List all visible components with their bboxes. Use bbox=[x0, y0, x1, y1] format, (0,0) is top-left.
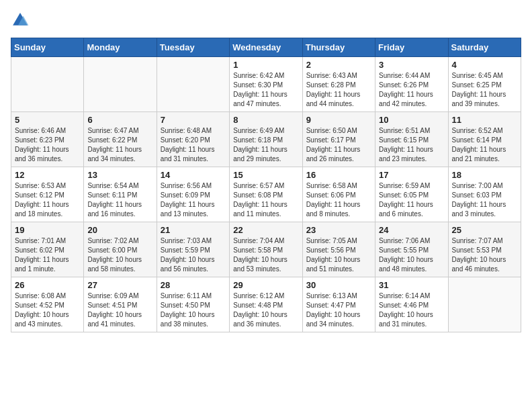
day-number: 2 bbox=[306, 60, 371, 70]
calendar-cell: 25Sunrise: 7:07 AM Sunset: 5:53 PM Dayli… bbox=[448, 222, 521, 277]
calendar-cell: 13Sunrise: 6:54 AM Sunset: 6:11 PM Dayli… bbox=[84, 167, 157, 222]
day-info: Sunrise: 6:08 AM Sunset: 4:52 PM Dayligh… bbox=[15, 291, 80, 329]
day-info: Sunrise: 7:04 AM Sunset: 5:58 PM Dayligh… bbox=[233, 236, 298, 274]
week-row-1: 1Sunrise: 6:42 AM Sunset: 6:30 PM Daylig… bbox=[11, 57, 521, 112]
day-info: Sunrise: 6:51 AM Sunset: 6:15 PM Dayligh… bbox=[379, 126, 444, 164]
calendar-cell: 9Sunrise: 6:50 AM Sunset: 6:17 PM Daylig… bbox=[302, 112, 375, 167]
calendar-cell: 2Sunrise: 6:43 AM Sunset: 6:28 PM Daylig… bbox=[302, 57, 375, 112]
day-info: Sunrise: 6:46 AM Sunset: 6:23 PM Dayligh… bbox=[15, 126, 80, 164]
day-number: 16 bbox=[306, 170, 371, 180]
calendar-cell: 30Sunrise: 6:13 AM Sunset: 4:47 PM Dayli… bbox=[302, 277, 375, 332]
day-number: 17 bbox=[379, 170, 444, 180]
calendar-cell: 27Sunrise: 6:09 AM Sunset: 4:51 PM Dayli… bbox=[84, 277, 157, 332]
day-number: 19 bbox=[15, 225, 80, 235]
day-number: 27 bbox=[87, 280, 152, 290]
day-info: Sunrise: 6:53 AM Sunset: 6:12 PM Dayligh… bbox=[15, 181, 80, 219]
week-row-3: 12Sunrise: 6:53 AM Sunset: 6:12 PM Dayli… bbox=[11, 167, 521, 222]
calendar-header: SundayMondayTuesdayWednesdayThursdayFrid… bbox=[11, 38, 521, 57]
day-info: Sunrise: 7:00 AM Sunset: 6:03 PM Dayligh… bbox=[452, 181, 517, 219]
day-info: Sunrise: 6:50 AM Sunset: 6:17 PM Dayligh… bbox=[306, 126, 371, 164]
day-number: 31 bbox=[379, 280, 444, 290]
day-number: 14 bbox=[161, 170, 226, 180]
calendar-cell: 16Sunrise: 6:58 AM Sunset: 6:06 PM Dayli… bbox=[302, 167, 375, 222]
week-row-2: 5Sunrise: 6:46 AM Sunset: 6:23 PM Daylig… bbox=[11, 112, 521, 167]
day-info: Sunrise: 6:54 AM Sunset: 6:11 PM Dayligh… bbox=[87, 181, 152, 219]
calendar-cell: 19Sunrise: 7:01 AM Sunset: 6:02 PM Dayli… bbox=[11, 222, 84, 277]
calendar-table: SundayMondayTuesdayWednesdayThursdayFrid… bbox=[11, 38, 521, 332]
day-info: Sunrise: 7:06 AM Sunset: 5:55 PM Dayligh… bbox=[379, 236, 444, 274]
week-row-5: 26Sunrise: 6:08 AM Sunset: 4:52 PM Dayli… bbox=[11, 277, 521, 332]
calendar-cell: 28Sunrise: 6:11 AM Sunset: 4:50 PM Dayli… bbox=[157, 277, 229, 332]
week-row-4: 19Sunrise: 7:01 AM Sunset: 6:02 PM Dayli… bbox=[11, 222, 521, 277]
day-number: 9 bbox=[306, 115, 371, 125]
day-number: 12 bbox=[15, 170, 80, 180]
day-info: Sunrise: 6:47 AM Sunset: 6:22 PM Dayligh… bbox=[87, 126, 152, 164]
calendar-cell bbox=[448, 277, 521, 332]
calendar-cell: 6Sunrise: 6:47 AM Sunset: 6:22 PM Daylig… bbox=[84, 112, 157, 167]
day-number: 4 bbox=[452, 60, 517, 70]
calendar-cell: 1Sunrise: 6:42 AM Sunset: 6:30 PM Daylig… bbox=[230, 57, 302, 112]
day-info: Sunrise: 7:03 AM Sunset: 5:59 PM Dayligh… bbox=[161, 236, 226, 274]
calendar-cell: 11Sunrise: 6:52 AM Sunset: 6:14 PM Dayli… bbox=[448, 112, 521, 167]
day-info: Sunrise: 7:07 AM Sunset: 5:53 PM Dayligh… bbox=[452, 236, 517, 274]
day-number: 22 bbox=[233, 225, 298, 235]
day-number: 21 bbox=[161, 225, 226, 235]
day-info: Sunrise: 6:11 AM Sunset: 4:50 PM Dayligh… bbox=[161, 291, 226, 329]
day-info: Sunrise: 6:57 AM Sunset: 6:08 PM Dayligh… bbox=[233, 181, 298, 219]
day-header-wednesday: Wednesday bbox=[230, 38, 302, 57]
day-info: Sunrise: 6:14 AM Sunset: 4:46 PM Dayligh… bbox=[379, 291, 444, 329]
day-info: Sunrise: 6:56 AM Sunset: 6:09 PM Dayligh… bbox=[161, 181, 226, 219]
day-header-friday: Friday bbox=[375, 38, 448, 57]
day-number: 8 bbox=[233, 115, 298, 125]
calendar-cell: 4Sunrise: 6:45 AM Sunset: 6:25 PM Daylig… bbox=[448, 57, 521, 112]
calendar-cell: 17Sunrise: 6:59 AM Sunset: 6:05 PM Dayli… bbox=[375, 167, 448, 222]
day-info: Sunrise: 6:52 AM Sunset: 6:14 PM Dayligh… bbox=[452, 126, 517, 164]
day-header-saturday: Saturday bbox=[448, 38, 521, 57]
day-number: 5 bbox=[15, 115, 80, 125]
calendar-cell: 15Sunrise: 6:57 AM Sunset: 6:08 PM Dayli… bbox=[230, 167, 302, 222]
day-info: Sunrise: 6:43 AM Sunset: 6:28 PM Dayligh… bbox=[306, 71, 371, 109]
page-header bbox=[11, 11, 521, 30]
calendar-cell bbox=[157, 57, 229, 112]
calendar-cell: 20Sunrise: 7:02 AM Sunset: 6:00 PM Dayli… bbox=[84, 222, 157, 277]
day-number: 24 bbox=[379, 225, 444, 235]
day-number: 7 bbox=[161, 115, 226, 125]
day-info: Sunrise: 6:58 AM Sunset: 6:06 PM Dayligh… bbox=[306, 181, 371, 219]
calendar-cell: 18Sunrise: 7:00 AM Sunset: 6:03 PM Dayli… bbox=[448, 167, 521, 222]
day-number: 29 bbox=[233, 280, 298, 290]
day-info: Sunrise: 6:49 AM Sunset: 6:18 PM Dayligh… bbox=[233, 126, 298, 164]
calendar-cell: 8Sunrise: 6:49 AM Sunset: 6:18 PM Daylig… bbox=[230, 112, 302, 167]
day-number: 15 bbox=[233, 170, 298, 180]
calendar-cell bbox=[11, 57, 84, 112]
day-number: 1 bbox=[233, 60, 298, 70]
calendar-cell: 12Sunrise: 6:53 AM Sunset: 6:12 PM Dayli… bbox=[11, 167, 84, 222]
day-header-sunday: Sunday bbox=[11, 38, 84, 57]
day-info: Sunrise: 6:44 AM Sunset: 6:26 PM Dayligh… bbox=[379, 71, 444, 109]
calendar-cell: 5Sunrise: 6:46 AM Sunset: 6:23 PM Daylig… bbox=[11, 112, 84, 167]
day-header-thursday: Thursday bbox=[302, 38, 375, 57]
logo bbox=[11, 11, 32, 30]
day-info: Sunrise: 7:02 AM Sunset: 6:00 PM Dayligh… bbox=[87, 236, 152, 274]
day-info: Sunrise: 6:59 AM Sunset: 6:05 PM Dayligh… bbox=[379, 181, 444, 219]
day-info: Sunrise: 6:42 AM Sunset: 6:30 PM Dayligh… bbox=[233, 71, 298, 109]
calendar-cell: 31Sunrise: 6:14 AM Sunset: 4:46 PM Dayli… bbox=[375, 277, 448, 332]
day-info: Sunrise: 6:48 AM Sunset: 6:20 PM Dayligh… bbox=[161, 126, 226, 164]
calendar-cell: 7Sunrise: 6:48 AM Sunset: 6:20 PM Daylig… bbox=[157, 112, 229, 167]
days-of-week-row: SundayMondayTuesdayWednesdayThursdayFrid… bbox=[11, 38, 521, 57]
day-number: 10 bbox=[379, 115, 444, 125]
day-number: 30 bbox=[306, 280, 371, 290]
day-info: Sunrise: 6:45 AM Sunset: 6:25 PM Dayligh… bbox=[452, 71, 517, 109]
day-number: 23 bbox=[306, 225, 371, 235]
day-number: 3 bbox=[379, 60, 444, 70]
calendar-cell: 14Sunrise: 6:56 AM Sunset: 6:09 PM Dayli… bbox=[157, 167, 229, 222]
day-number: 26 bbox=[15, 280, 80, 290]
day-header-monday: Monday bbox=[84, 38, 157, 57]
day-info: Sunrise: 6:13 AM Sunset: 4:47 PM Dayligh… bbox=[306, 291, 371, 329]
day-number: 13 bbox=[87, 170, 152, 180]
day-info: Sunrise: 7:01 AM Sunset: 6:02 PM Dayligh… bbox=[15, 236, 80, 274]
day-info: Sunrise: 6:09 AM Sunset: 4:51 PM Dayligh… bbox=[87, 291, 152, 329]
calendar-cell: 24Sunrise: 7:06 AM Sunset: 5:55 PM Dayli… bbox=[375, 222, 448, 277]
day-number: 28 bbox=[161, 280, 226, 290]
day-info: Sunrise: 6:12 AM Sunset: 4:48 PM Dayligh… bbox=[233, 291, 298, 329]
day-header-tuesday: Tuesday bbox=[157, 38, 229, 57]
